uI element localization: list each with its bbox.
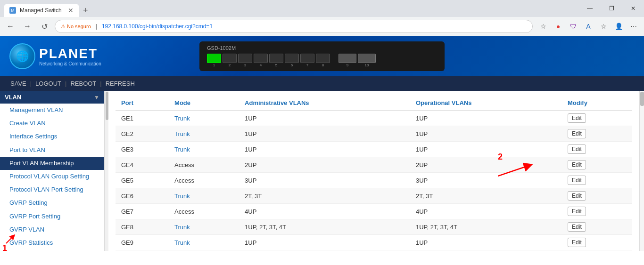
content-inner: Port Mode Administrative VLANs Operation… xyxy=(108,91,639,251)
tab-title: Managed Switch xyxy=(20,7,64,14)
cell-port: GE5 xyxy=(116,173,169,188)
maximize-button[interactable]: ❐ xyxy=(601,1,622,16)
content-scrollbar[interactable] xyxy=(639,91,644,251)
content-wrapper: Port Mode Administrative VLANs Operation… xyxy=(108,91,644,251)
edit-button[interactable]: Edit xyxy=(568,207,586,216)
sidebar-item-gvrp-vlan[interactable]: GVRP VLAN xyxy=(0,223,104,236)
edit-button[interactable]: Edit xyxy=(568,145,586,154)
cell-mode: Trunk xyxy=(169,111,239,126)
sidebar-item-management-vlan[interactable]: Management VLAN xyxy=(0,104,104,117)
address-bar[interactable]: ⚠ No seguro | 192.168.0.100/cgi-bin/disp… xyxy=(55,20,533,33)
browser-tab[interactable]: M Managed Switch ✕ xyxy=(4,4,79,17)
edit-button[interactable]: Edit xyxy=(568,113,586,123)
cell-port: GE1 xyxy=(116,111,169,126)
browser-chrome: M Managed Switch ✕ + — ❐ ✕ ← → ↺ ⚠ No se… xyxy=(0,0,644,36)
annotation-1: 1 xyxy=(2,242,7,251)
cell-mode: Access xyxy=(169,173,239,188)
cell-mode: Access xyxy=(169,204,239,219)
content-scroll-thumb xyxy=(640,92,644,106)
warning-icon: ⚠ xyxy=(61,24,66,30)
cell-admin-vlans: 1UP xyxy=(239,235,410,250)
sidebar-item-gvrp-setting[interactable]: GVRP Setting xyxy=(0,196,104,209)
tab-favicon: M xyxy=(9,7,16,14)
port-5 xyxy=(269,54,283,63)
toolbar-icons: ☆ ● 🛡 A ☆ 👤 ⋯ xyxy=(537,20,640,33)
cell-admin-vlans: 4UP xyxy=(239,204,410,219)
sidebar-item-protocol-vlan-group[interactable]: Protocol VLAN Group Setting xyxy=(0,170,104,183)
forward-button[interactable]: → xyxy=(21,20,34,33)
sidebar-item-interface-settings[interactable]: Interface Settings xyxy=(0,130,104,143)
sidebar-scrollbar[interactable] xyxy=(105,91,108,251)
cell-admin-vlans: 3UP xyxy=(239,173,410,188)
sep-1: | xyxy=(30,80,32,87)
sidebar-item-gvrp-statistics[interactable]: GVRP Statistics 1 xyxy=(0,236,104,249)
switch-header: 🌐 PLANET Networking & Communication GSD-… xyxy=(0,36,644,76)
table-row: GE4Access2UP2UPEdit xyxy=(116,157,632,173)
security-warning: ⚠ No seguro xyxy=(61,24,91,30)
address-bar-row: ← → ↺ ⚠ No seguro | 192.168.0.100/cgi-bi… xyxy=(0,17,644,36)
cell-port: GE2 xyxy=(116,126,169,142)
cell-admin-vlans: 1UP xyxy=(239,126,410,142)
close-button[interactable]: ✕ xyxy=(622,1,644,16)
menu-button[interactable]: ⋯ xyxy=(627,20,640,33)
cell-oper-vlans: 2T, 3T xyxy=(410,188,562,204)
cell-admin-vlans: 1UP, 2T, 3T, 4T xyxy=(239,219,410,235)
back-button[interactable]: ← xyxy=(4,20,17,33)
cell-port: GE9 xyxy=(116,235,169,250)
new-tab-button[interactable]: + xyxy=(79,4,92,17)
logout-link[interactable]: LOGOUT xyxy=(33,79,64,88)
extensions-icon[interactable]: ☆ xyxy=(597,20,610,33)
table-row: GE2Trunk1UP1UPEdit xyxy=(116,126,632,142)
edit-button[interactable]: Edit xyxy=(568,129,586,138)
edit-button[interactable]: Edit xyxy=(568,222,586,232)
cell-modify: Edit xyxy=(562,235,632,250)
save-link[interactable]: SAVE xyxy=(8,79,29,88)
device-ports: 1 2 3 4 5 xyxy=(207,54,437,67)
port-7 xyxy=(300,54,314,63)
brand-subtitle: Networking & Communication xyxy=(39,61,101,66)
device-box: GSD-1002M 1 2 3 xyxy=(199,41,445,71)
sidebar-item-create-vlan[interactable]: Create VLAN xyxy=(0,117,104,130)
refresh-link[interactable]: REFRESH xyxy=(103,79,138,88)
cell-modify: Edit xyxy=(562,173,632,188)
sidebar-item-port-vlan-membership[interactable]: Port VLAN Membership xyxy=(0,157,104,170)
table-row: GE8Trunk1UP, 2T, 3T, 4T1UP, 2T, 3T, 4TEd… xyxy=(116,219,632,235)
edit-button[interactable]: Edit xyxy=(568,238,586,247)
translate-icon[interactable]: A xyxy=(582,20,595,33)
planet-logo: 🌐 PLANET Networking & Communication xyxy=(9,43,101,69)
url-text: 192.168.0.100/cgi-bin/dispatcher.cgi?cmd… xyxy=(102,23,213,30)
content-area: Port Mode Administrative VLANs Operation… xyxy=(108,91,639,251)
col-admin-vlans: Administrative VLANs xyxy=(239,96,410,111)
sidebar-vlan-header[interactable]: VLAN ▼ xyxy=(0,91,104,104)
reboot-link[interactable]: REBOOT xyxy=(67,79,99,88)
main-toolbar: SAVE | LOGOUT | REBOOT | REFRESH xyxy=(0,76,644,91)
table-row: GE3Trunk1UP1UPEdit xyxy=(116,142,632,157)
edit-button[interactable]: Edit xyxy=(568,191,586,201)
cell-modify: Edit xyxy=(562,111,632,126)
cell-admin-vlans: 2UP xyxy=(239,157,410,173)
cell-mode: Trunk xyxy=(169,188,239,204)
brand-name: PLANET xyxy=(39,46,101,61)
cell-port: GE6 xyxy=(116,188,169,204)
port-3 xyxy=(238,54,252,63)
edit-button[interactable]: Edit xyxy=(568,160,586,169)
sidebar-item-port-to-vlan[interactable]: Port to VLAN xyxy=(0,144,104,157)
cell-modify: Edit xyxy=(562,126,632,142)
tab-close-button[interactable]: ✕ xyxy=(68,7,74,14)
profile-avatar[interactable]: 👤 xyxy=(612,20,625,33)
bookmark-icon[interactable]: ☆ xyxy=(537,20,550,33)
edit-button[interactable]: Edit xyxy=(568,176,586,185)
table-row: GE1Trunk1UP1UPEdit xyxy=(116,111,632,126)
col-oper-vlans: Operational VLANs xyxy=(410,96,562,111)
sidebar-item-protocol-vlan-port[interactable]: Protocol VLAN Port Setting xyxy=(0,183,104,196)
shield-icon[interactable]: 🛡 xyxy=(567,20,580,33)
profile-icon-red[interactable]: ● xyxy=(552,20,565,33)
sidebar: VLAN ▼ Management VLAN Create VLAN Inter… xyxy=(0,91,105,251)
cell-modify: Edit xyxy=(562,188,632,204)
reload-button[interactable]: ↺ xyxy=(38,20,51,33)
vlan-membership-table: Port Mode Administrative VLANs Operation… xyxy=(116,96,632,250)
cell-modify: Edit xyxy=(562,142,632,157)
sidebar-item-gvrp-port-setting[interactable]: GVRP Port Setting xyxy=(0,210,104,223)
table-row: GE6Trunk2T, 3T2T, 3TEdit xyxy=(116,188,632,204)
minimize-button[interactable]: — xyxy=(579,1,601,16)
